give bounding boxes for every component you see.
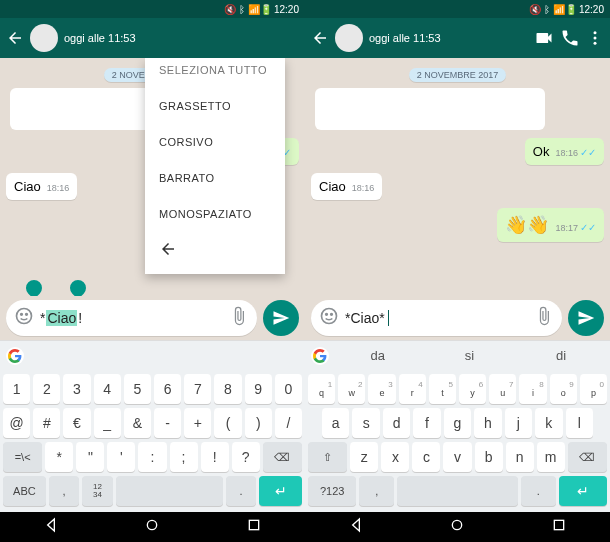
key-n[interactable]: n — [506, 442, 534, 472]
key-8[interactable]: 8 — [214, 374, 241, 404]
key-[interactable]: + — [184, 408, 211, 438]
emoji-icon[interactable] — [14, 306, 34, 330]
key-u[interactable]: 7u — [489, 374, 516, 404]
suggestion[interactable]: da — [335, 348, 421, 363]
key-[interactable]: ( — [214, 408, 241, 438]
key-[interactable] — [397, 476, 518, 506]
key-[interactable]: _ — [94, 408, 121, 438]
key-[interactable]: ' — [107, 442, 135, 472]
back-icon[interactable] — [311, 29, 329, 47]
key-m[interactable]: m — [537, 442, 565, 472]
back-icon[interactable] — [6, 29, 24, 47]
key-9[interactable]: 9 — [245, 374, 272, 404]
key-[interactable]: ; — [170, 442, 198, 472]
key-123[interactable]: ?123 — [308, 476, 356, 506]
nav-recent-icon[interactable] — [551, 517, 567, 537]
key-frac[interactable]: 1234 — [82, 476, 113, 506]
key-4[interactable]: 4 — [94, 374, 121, 404]
message-input[interactable]: *Ciao! — [40, 310, 223, 326]
call-icon[interactable] — [560, 28, 580, 48]
key-h[interactable]: h — [474, 408, 501, 438]
key-o[interactable]: 9o — [550, 374, 577, 404]
bubble-sent-emoji[interactable]: 👋👋18:17✓✓ — [497, 208, 604, 242]
key-i[interactable]: 8i — [519, 374, 546, 404]
key-t[interactable]: 5t — [429, 374, 456, 404]
selection-handle-right[interactable] — [67, 277, 90, 296]
key-g[interactable]: g — [444, 408, 471, 438]
key-[interactable]: ) — [245, 408, 272, 438]
key-a[interactable]: a — [322, 408, 349, 438]
key-[interactable]: & — [124, 408, 151, 438]
menu-item-select-all[interactable]: SELEZIONA TUTTO — [145, 58, 285, 88]
key-j[interactable]: j — [505, 408, 532, 438]
key-5[interactable]: 5 — [124, 374, 151, 404]
menu-item-italic[interactable]: CORSIVO — [145, 124, 285, 160]
google-icon[interactable] — [311, 347, 329, 365]
nav-back-icon[interactable] — [43, 517, 59, 537]
key-[interactable]: ⌫ — [568, 442, 607, 472]
key-7[interactable]: 7 — [184, 374, 211, 404]
key-[interactable]: ↵ — [259, 476, 302, 506]
key-e[interactable]: 3e — [368, 374, 395, 404]
key-[interactable]: # — [33, 408, 60, 438]
avatar[interactable] — [30, 24, 58, 52]
key-[interactable]: ↵ — [559, 476, 607, 506]
suggestion[interactable]: si — [427, 348, 513, 363]
key-[interactable]: - — [154, 408, 181, 438]
key-b[interactable]: b — [475, 442, 503, 472]
suggestion[interactable]: di — [518, 348, 604, 363]
send-button[interactable] — [568, 300, 604, 336]
key-[interactable]: . — [226, 476, 257, 506]
key-[interactable]: , — [359, 476, 394, 506]
key-[interactable]: / — [275, 408, 302, 438]
menu-item-mono[interactable]: MONOSPAZIATO — [145, 196, 285, 232]
chat-subtitle[interactable]: oggi alle 11:53 — [369, 32, 528, 44]
nav-recent-icon[interactable] — [246, 517, 262, 537]
attach-icon[interactable] — [229, 306, 249, 330]
google-icon[interactable] — [6, 347, 24, 365]
nav-back-icon[interactable] — [348, 517, 364, 537]
selection-handle-left[interactable] — [23, 277, 46, 296]
nav-home-icon[interactable] — [449, 517, 465, 537]
key-[interactable]: ? — [232, 442, 260, 472]
key-[interactable]: ! — [201, 442, 229, 472]
key-s[interactable]: s — [352, 408, 379, 438]
bubble-received[interactable]: Ciao18:16 — [311, 173, 382, 200]
key-[interactable]: " — [76, 442, 104, 472]
key-[interactable]: ⌫ — [263, 442, 302, 472]
message-input-pill[interactable]: *Ciao! — [6, 300, 257, 336]
key-[interactable]: . — [521, 476, 556, 506]
send-button[interactable] — [263, 300, 299, 336]
key-2[interactable]: 2 — [33, 374, 60, 404]
key-w[interactable]: 2w — [338, 374, 365, 404]
key-[interactable] — [116, 476, 223, 506]
menu-item-bold[interactable]: GRASSETTO — [145, 88, 285, 124]
menu-icon[interactable] — [586, 29, 604, 47]
key-[interactable]: @ — [3, 408, 30, 438]
key-z[interactable]: z — [350, 442, 378, 472]
key-c[interactable]: c — [412, 442, 440, 472]
key-r[interactable]: 4r — [399, 374, 426, 404]
menu-item-strike[interactable]: BARRATO — [145, 160, 285, 196]
key-y[interactable]: 6y — [459, 374, 486, 404]
message-input[interactable]: *Ciao* — [345, 310, 528, 326]
key-1[interactable]: 1 — [3, 374, 30, 404]
key-[interactable]: =\< — [3, 442, 42, 472]
key-f[interactable]: f — [413, 408, 440, 438]
selection-handles[interactable] — [26, 280, 86, 296]
avatar[interactable] — [335, 24, 363, 52]
key-x[interactable]: x — [381, 442, 409, 472]
key-k[interactable]: k — [535, 408, 562, 438]
key-[interactable]: * — [45, 442, 73, 472]
key-l[interactable]: l — [566, 408, 593, 438]
key-p[interactable]: 0p — [580, 374, 607, 404]
nav-home-icon[interactable] — [144, 517, 160, 537]
chat-subtitle[interactable]: oggi alle 11:53 — [64, 32, 299, 44]
key-[interactable]: : — [138, 442, 166, 472]
key-ABC[interactable]: ABC — [3, 476, 46, 506]
key-[interactable]: ⇧ — [308, 442, 347, 472]
key-d[interactable]: d — [383, 408, 410, 438]
bubble-sent-ok[interactable]: Ok18:16✓✓ — [525, 138, 604, 165]
videocall-icon[interactable] — [534, 28, 554, 48]
key-[interactable]: € — [63, 408, 90, 438]
